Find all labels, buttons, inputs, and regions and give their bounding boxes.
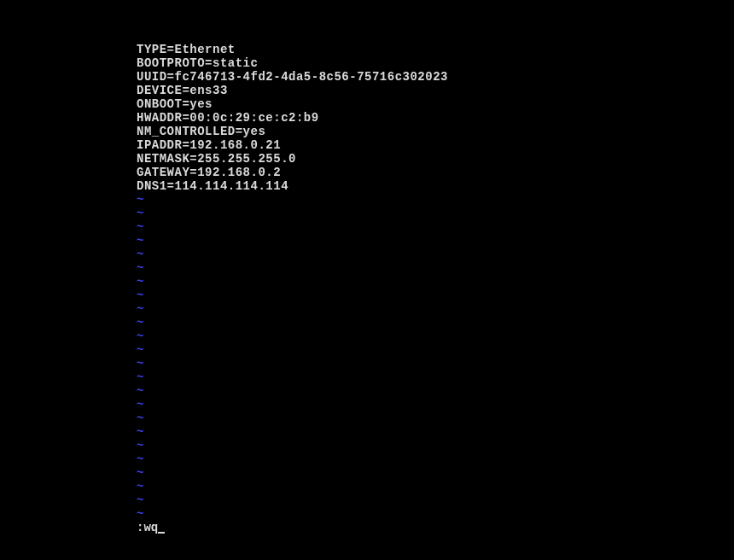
- empty-line-marker: ~: [137, 207, 734, 220]
- empty-line-marker: ~: [137, 261, 734, 275]
- terminal-window[interactable]: TYPE=Ethernet BOOTPROTO=static UUID=fc74…: [0, 0, 734, 560]
- config-line: DNS1=114.114.114.114: [137, 179, 734, 193]
- empty-line-marker: ~: [137, 357, 734, 370]
- config-line: NM_CONTROLLED=yes: [137, 125, 734, 138]
- vim-command-line[interactable]: :wq: [137, 521, 734, 534]
- empty-line-marker: ~: [137, 411, 734, 425]
- empty-line-marker: ~: [137, 480, 734, 493]
- config-line: GATEWAY=192.168.0.2: [137, 166, 734, 179]
- empty-line-marker: ~: [137, 220, 734, 234]
- config-line: HWADDR=00:0c:29:ce:c2:b9: [137, 111, 734, 125]
- empty-line-marker: ~: [137, 425, 734, 439]
- empty-line-marker: ~: [137, 248, 734, 261]
- config-line: NETMASK=255.255.255.0: [137, 152, 734, 166]
- empty-line-marker: ~: [137, 193, 734, 207]
- config-line: BOOTPROTO=static: [137, 56, 734, 70]
- empty-line-marker: ~: [137, 384, 734, 398]
- cursor: [158, 532, 165, 534]
- empty-line-marker: ~: [137, 316, 734, 330]
- config-line: DEVICE=ens33: [137, 84, 734, 97]
- empty-line-marker: ~: [137, 466, 734, 480]
- empty-line-marker: ~: [137, 234, 734, 248]
- empty-line-marker: ~: [137, 493, 734, 507]
- empty-line-marker: ~: [137, 439, 734, 452]
- config-line: IPADDR=192.168.0.21: [137, 138, 734, 152]
- empty-line-marker: ~: [137, 302, 734, 316]
- file-content: TYPE=Ethernet BOOTPROTO=static UUID=fc74…: [137, 43, 734, 193]
- config-line: ONBOOT=yes: [137, 97, 734, 111]
- empty-lines-area: ~~~~~~~~~~~~~~~~~~~~~~~~: [137, 193, 734, 521]
- empty-line-marker: ~: [137, 330, 734, 343]
- config-line: UUID=fc746713-4fd2-4da5-8c56-75716c30202…: [137, 70, 734, 84]
- empty-line-marker: ~: [137, 370, 734, 384]
- empty-line-marker: ~: [137, 343, 734, 357]
- config-line: TYPE=Ethernet: [137, 43, 734, 56]
- empty-line-marker: ~: [137, 289, 734, 302]
- empty-line-marker: ~: [137, 275, 734, 289]
- command-text: :wq: [137, 521, 158, 534]
- empty-line-marker: ~: [137, 507, 734, 521]
- empty-line-marker: ~: [137, 398, 734, 411]
- empty-line-marker: ~: [137, 452, 734, 466]
